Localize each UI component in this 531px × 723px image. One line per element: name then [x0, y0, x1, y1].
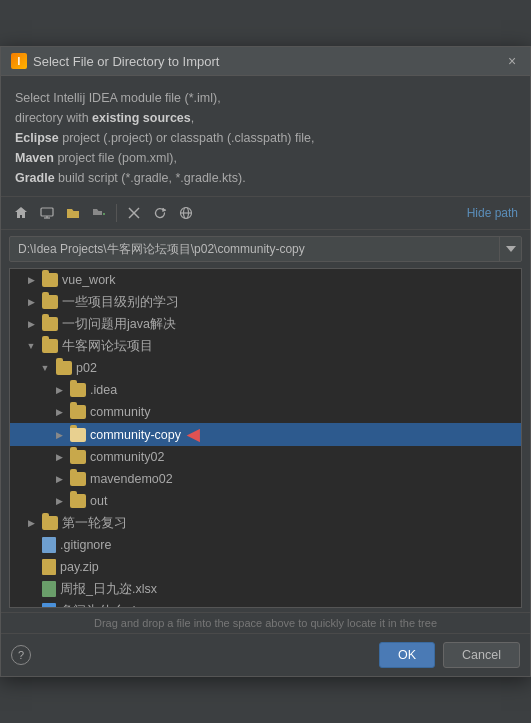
tree-item[interactable]: 周报_日九迩.xlsx: [10, 578, 521, 600]
chevron-icon: [52, 450, 66, 464]
chevron-icon: [38, 361, 52, 375]
chevron-icon: [52, 428, 66, 442]
file-tree[interactable]: vue_work 一些项目级别的学习 一切问题用java解决 牛客网论坛项目 p…: [9, 268, 522, 608]
item-label: .idea: [90, 383, 117, 397]
tree-item[interactable]: community02: [10, 446, 521, 468]
svg-rect-0: [41, 208, 53, 216]
title-bar: I Select File or Directory to Import ×: [1, 47, 530, 76]
new-folder-button[interactable]: [87, 201, 111, 225]
tree-item[interactable]: 多问为什么.docx: [10, 600, 521, 608]
tree-item[interactable]: 一些项目级别的学习: [10, 291, 521, 313]
folder-icon: [70, 428, 86, 442]
folder-icon: [42, 516, 58, 530]
tree-item[interactable]: 第一轮复习: [10, 512, 521, 534]
item-label: community02: [90, 450, 164, 464]
item-label: 一切问题用java解决: [62, 316, 176, 333]
chevron-icon: [24, 273, 38, 287]
item-label: 牛客网论坛项目: [62, 338, 153, 355]
desc-maven: Maven: [15, 151, 54, 165]
tree-item-community[interactable]: community: [10, 401, 521, 423]
tree-item-community-copy[interactable]: community-copy ◀: [10, 423, 521, 446]
desktop-button[interactable]: [35, 201, 59, 225]
status-text: Drag and drop a file into the space abov…: [94, 617, 437, 629]
status-bar: Drag and drop a file into the space abov…: [1, 612, 530, 633]
description: Select Intellij IDEA module file (*.iml)…: [1, 76, 530, 196]
file-icon: [42, 537, 56, 553]
desc-gradle: Gradle: [15, 171, 55, 185]
chevron-icon: [52, 472, 66, 486]
dialog: I Select File or Directory to Import × S…: [0, 46, 531, 677]
desc-line1: Select Intellij IDEA module file (*.iml)…: [15, 91, 221, 105]
path-input[interactable]: [10, 238, 499, 260]
folder-open-button[interactable]: [61, 201, 85, 225]
item-label: 第一轮复习: [62, 515, 127, 532]
folder-icon: [70, 383, 86, 397]
title-bar-left: I Select File or Directory to Import: [11, 53, 219, 69]
folder-icon: [70, 472, 86, 486]
path-dropdown-button[interactable]: [499, 237, 521, 261]
folder-icon: [70, 450, 86, 464]
chevron-icon: [24, 339, 38, 353]
tree-item[interactable]: pay.zip: [10, 556, 521, 578]
tree-item[interactable]: .idea: [10, 379, 521, 401]
ok-button[interactable]: OK: [379, 642, 435, 668]
desc-existing: existing sources: [92, 111, 191, 125]
item-label: community: [90, 405, 150, 419]
file-icon: [42, 581, 56, 597]
folder-icon: [70, 405, 86, 419]
file-icon: [42, 559, 56, 575]
hide-path-button[interactable]: Hide path: [463, 204, 522, 222]
item-label: community-copy: [90, 428, 181, 442]
folder-icon: [70, 494, 86, 508]
item-label: mavendemo02: [90, 472, 173, 486]
item-label: p02: [76, 361, 97, 375]
file-icon: [42, 603, 56, 608]
item-label: out: [90, 494, 107, 508]
item-label: 一些项目级别的学习: [62, 294, 179, 311]
help-button[interactable]: ?: [11, 645, 31, 665]
app-icon: I: [11, 53, 27, 69]
folder-icon: [42, 339, 58, 353]
path-bar: [9, 236, 522, 262]
dialog-title: Select File or Directory to Import: [33, 54, 219, 69]
cancel-button[interactable]: Cancel: [443, 642, 520, 668]
item-label: pay.zip: [60, 560, 99, 574]
folder-icon: [42, 273, 58, 287]
folder-icon: [56, 361, 72, 375]
tree-item[interactable]: 一切问题用java解决: [10, 313, 521, 335]
web-button[interactable]: [174, 201, 198, 225]
chevron-icon: [52, 405, 66, 419]
tree-item[interactable]: out: [10, 490, 521, 512]
close-button[interactable]: ×: [504, 53, 520, 69]
refresh-button[interactable]: [148, 201, 172, 225]
item-label: vue_work: [62, 273, 116, 287]
folder-icon: [42, 295, 58, 309]
chevron-icon: [52, 383, 66, 397]
chevron-icon: [24, 295, 38, 309]
bottom-bar: ? OK Cancel: [1, 633, 530, 676]
tree-item[interactable]: p02: [10, 357, 521, 379]
tree-item[interactable]: mavendemo02: [10, 468, 521, 490]
chevron-icon: [24, 516, 38, 530]
selection-arrow: ◀: [187, 425, 199, 444]
desc-line2-prefix: directory with: [15, 111, 92, 125]
delete-button[interactable]: [122, 201, 146, 225]
separator1: [116, 204, 117, 222]
folder-icon: [42, 317, 58, 331]
desc-eclipse: Eclipse: [15, 131, 59, 145]
action-buttons: OK Cancel: [379, 642, 520, 668]
tree-item[interactable]: 牛客网论坛项目: [10, 335, 521, 357]
item-label: 多问为什么.docx: [60, 603, 155, 609]
item-label: 周报_日九迩.xlsx: [60, 581, 157, 598]
home-button[interactable]: [9, 201, 33, 225]
item-label: .gitignore: [60, 538, 111, 552]
tree-item[interactable]: vue_work: [10, 269, 521, 291]
tree-item[interactable]: .gitignore: [10, 534, 521, 556]
chevron-icon: [24, 317, 38, 331]
toolbar: Hide path: [1, 196, 530, 230]
chevron-icon: [52, 494, 66, 508]
